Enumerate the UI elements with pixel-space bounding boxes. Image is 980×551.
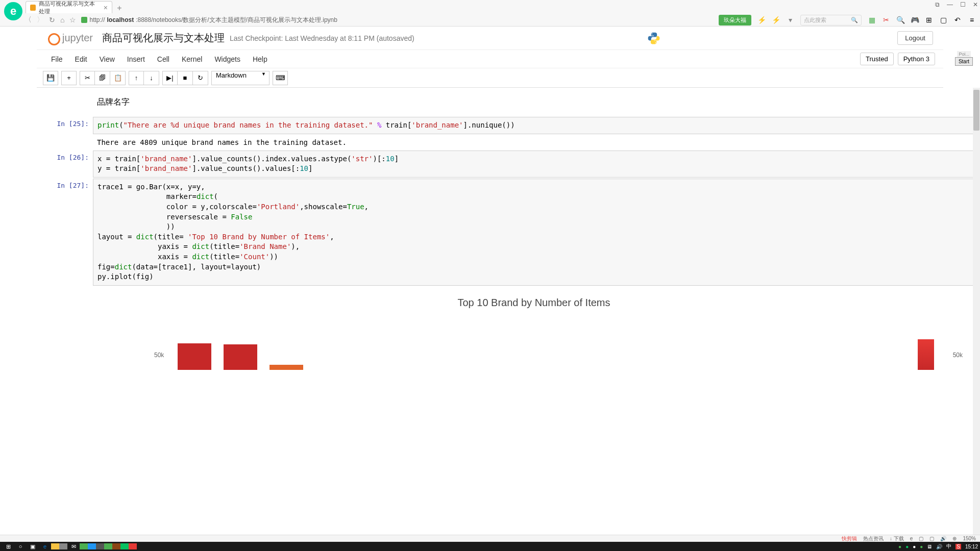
search-icon: 🔍: [851, 17, 858, 23]
scissors-icon[interactable]: ✂: [882, 16, 890, 24]
poi-tooltip: Poi...: [957, 51, 971, 57]
nav-refresh-icon[interactable]: ↻: [49, 16, 55, 24]
browser-logo-icon[interactable]: e: [4, 2, 22, 20]
undo-icon[interactable]: ↶: [953, 16, 962, 24]
cell-type-select[interactable]: Markdown: [211, 71, 270, 85]
address-bar: 〈 〉 ↻ ⌂ ☆ http://localhost:8888/notebook…: [0, 13, 980, 27]
menu-icon[interactable]: ≡: [968, 16, 976, 24]
tab-favicon-icon: [30, 5, 36, 11]
nav-favorite-icon[interactable]: ☆: [69, 16, 76, 24]
restart-button[interactable]: ↻: [193, 71, 208, 85]
browser-search-input[interactable]: 点此搜索 🔍: [800, 15, 862, 26]
tab-close-icon[interactable]: ×: [104, 4, 108, 12]
browser-tab[interactable]: 商品可视化展示与文本处理 ×: [26, 1, 112, 13]
menu-edit[interactable]: Edit: [69, 52, 93, 66]
copy-button[interactable]: 🗐: [95, 71, 110, 85]
move-down-button[interactable]: ↓: [144, 71, 159, 85]
browser-chrome: ⧉ — ☐ ✕ e 商品可视化展示与文本处理 × + 〈 〉 ↻ ⌂ ☆ htt…: [0, 0, 980, 27]
ext3-icon[interactable]: 🔍: [896, 16, 904, 24]
trusted-indicator[interactable]: Trusted: [860, 53, 894, 65]
notebook-title[interactable]: 商品可视化展示与文本处理: [102, 31, 225, 45]
kernel-indicator[interactable]: Python 3: [898, 53, 935, 65]
tab-title: 商品可视化展示与文本处理: [39, 0, 101, 15]
browser-right-tools: 玖朵大福 ⚡ ⚡ ▾ 点此搜索 🔍 ▦ ✂ 🔍 🎮 ⊞ ▢ ↶ ≡: [719, 15, 976, 26]
start-button[interactable]: Start: [955, 57, 973, 66]
jupyter-logo[interactable]: jupyter: [47, 32, 93, 44]
menu-insert[interactable]: Insert: [121, 52, 151, 66]
paste-button[interactable]: 📋: [110, 71, 126, 85]
menu-kernel[interactable]: Kernel: [176, 52, 208, 66]
ext1-icon[interactable]: ▦: [868, 16, 876, 24]
cut-button[interactable]: ✂: [80, 71, 95, 85]
save-button[interactable]: 💾: [43, 71, 58, 85]
share-icon[interactable]: ⚡: [757, 16, 766, 24]
nav-back-icon[interactable]: 〈: [24, 15, 32, 24]
grid-icon[interactable]: ⊞: [925, 16, 933, 24]
gamepad-icon[interactable]: 🎮: [911, 16, 919, 24]
menu-help[interactable]: Help: [247, 52, 274, 66]
svg-point-0: [652, 33, 653, 34]
extension-badge[interactable]: 玖朵大福: [719, 15, 751, 26]
menu-cell[interactable]: Cell: [151, 52, 176, 66]
menu-file[interactable]: File: [45, 52, 69, 66]
python-icon: [647, 31, 661, 45]
toolbar: 💾 + ✂ 🗐 📋 ↑ ↓ ▶| ■ ↻ Markdown ⌨: [37, 68, 943, 88]
bolt-icon[interactable]: ⚡: [772, 16, 780, 24]
url-field[interactable]: http://localhost:8888/notebooks/数据分析/文本主…: [81, 16, 337, 24]
command-palette-button[interactable]: ⌨: [273, 71, 288, 85]
device-icon[interactable]: ▢: [939, 16, 947, 24]
nav-home-icon[interactable]: ⌂: [60, 16, 64, 24]
add-cell-button[interactable]: +: [61, 71, 77, 85]
checkpoint-info: Last Checkpoint: Last Wednesday at 8:11 …: [230, 34, 414, 42]
dropdown-icon[interactable]: ▾: [786, 16, 794, 24]
svg-point-1: [655, 42, 656, 43]
jupyter-header: jupyter 商品可视化展示与文本处理 Last Checkpoint: La…: [37, 27, 943, 50]
menu-bar: File Edit View Insert Cell Kernel Widget…: [37, 50, 943, 68]
secure-icon: [81, 17, 87, 23]
new-tab-button[interactable]: +: [114, 3, 125, 13]
menu-widgets[interactable]: Widgets: [208, 52, 247, 66]
jupyter-logo-icon: [47, 32, 59, 44]
move-up-button[interactable]: ↑: [129, 71, 144, 85]
nav-forward-icon[interactable]: 〉: [37, 15, 44, 24]
tab-bar: e 商品可视化展示与文本处理 × +: [0, 0, 980, 13]
stop-button[interactable]: ■: [178, 71, 193, 85]
menu-view[interactable]: View: [93, 52, 121, 66]
logout-button[interactable]: Logout: [897, 31, 933, 45]
run-button[interactable]: ▶|: [162, 71, 178, 85]
